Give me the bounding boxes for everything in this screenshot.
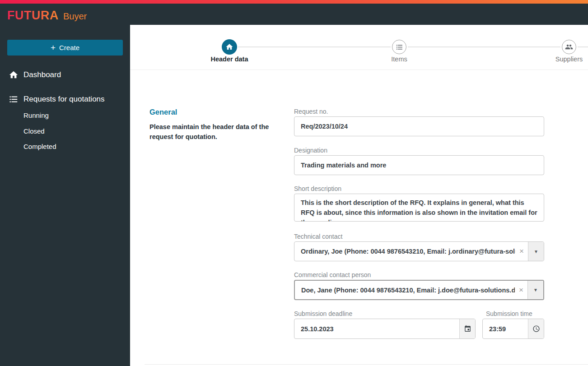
sidebar-item-label: Dashboard xyxy=(23,70,61,79)
list-icon xyxy=(8,94,19,105)
submission-time-label: Submission time xyxy=(486,310,532,317)
stepper-connector xyxy=(408,46,560,47)
app-logo: FUTURA Buyer xyxy=(7,9,87,23)
list-icon xyxy=(396,43,403,51)
submission-deadline-field[interactable] xyxy=(294,319,476,339)
sidebar-subitem-completed[interactable]: Completed xyxy=(0,139,130,153)
clock-button[interactable] xyxy=(528,319,544,338)
sidebar-subitem-label: Completed xyxy=(23,143,56,150)
sidebar: FUTURA Buyer + Create Dashboard Requests… xyxy=(0,4,130,366)
dropdown-arrow-button[interactable]: ▼ xyxy=(527,281,543,299)
clock-icon xyxy=(532,325,540,333)
create-button[interactable]: + Create xyxy=(7,40,123,56)
short-description-label: Short description xyxy=(294,185,341,192)
chevron-down-icon: ▼ xyxy=(533,287,538,292)
calendar-button[interactable] xyxy=(459,319,475,338)
brand-gradient-bar xyxy=(0,0,588,4)
sidebar-item-requests-for-quotations[interactable]: Requests for quotations xyxy=(0,91,130,107)
brand-name: FUTURA xyxy=(7,9,59,23)
submission-time-field[interactable] xyxy=(482,319,544,339)
chevron-down-icon: ▼ xyxy=(534,249,538,254)
submission-time-input[interactable] xyxy=(483,319,528,338)
request-no-input[interactable] xyxy=(294,116,544,136)
dropdown-arrow-button[interactable]: ▼ xyxy=(528,242,544,261)
section-title: General xyxy=(149,108,177,116)
sidebar-item-dashboard[interactable]: Dashboard xyxy=(0,67,130,83)
sidebar-subitem-label: Closed xyxy=(23,127,45,135)
commercial-contact-select[interactable]: Doe, Jane (Phone: 0044 9876543210, Email… xyxy=(294,280,544,300)
suppliers-icon xyxy=(565,43,573,51)
designation-label: Designation xyxy=(294,147,327,154)
sidebar-subitem-label: Running xyxy=(23,111,49,119)
designation-input[interactable] xyxy=(294,155,544,175)
step-label-suppliers[interactable]: Suppliers xyxy=(533,56,588,63)
commercial-contact-value: Doe, Jane (Phone: 0044 9876543210, Email… xyxy=(295,281,515,299)
step-label-header-data[interactable]: Header data xyxy=(193,56,266,63)
create-button-label: Create xyxy=(59,44,79,51)
commercial-contact-label: Commercial contact person xyxy=(294,271,371,278)
wizard-stepper: Header data Items Suppliers xyxy=(130,25,588,70)
home-icon xyxy=(225,43,233,51)
stepper-connector xyxy=(578,46,588,47)
step-items[interactable] xyxy=(392,40,406,54)
step-suppliers[interactable] xyxy=(562,40,576,54)
sidebar-subitem-closed[interactable]: Closed xyxy=(0,124,130,138)
main-content: Header data Items Suppliers General Plea… xyxy=(130,25,588,366)
section-description: Please maintain the header data of the r… xyxy=(149,122,271,142)
short-description-input[interactable]: This is the short description of the RFQ… xyxy=(294,194,544,222)
calendar-icon xyxy=(464,325,471,333)
step-label-items[interactable]: Items xyxy=(363,56,435,63)
top-header-bar xyxy=(130,4,588,25)
technical-contact-value: Ordinary, Joe (Phone: 0044 9876543210, E… xyxy=(294,242,515,261)
app-window: FUTURA Buyer + Create Dashboard Requests… xyxy=(0,0,588,366)
clear-icon[interactable]: × xyxy=(515,242,528,261)
request-no-label: Request no. xyxy=(294,108,328,115)
sidebar-subitem-running[interactable]: Running xyxy=(0,108,130,122)
sidebar-item-label: Requests for quotations xyxy=(23,95,105,104)
submission-deadline-input[interactable] xyxy=(294,319,459,338)
clear-icon[interactable]: × xyxy=(515,281,527,299)
section-divider xyxy=(145,364,588,365)
home-icon xyxy=(8,69,19,80)
step-header-data[interactable] xyxy=(222,39,237,55)
plus-icon: + xyxy=(51,43,56,52)
submission-deadline-label: Submission deadline xyxy=(294,310,352,317)
stepper-connector xyxy=(238,46,391,47)
technical-contact-select[interactable]: Ordinary, Joe (Phone: 0044 9876543210, E… xyxy=(294,241,544,261)
technical-contact-label: Technical contact xyxy=(294,233,342,240)
brand-product: Buyer xyxy=(63,11,87,22)
